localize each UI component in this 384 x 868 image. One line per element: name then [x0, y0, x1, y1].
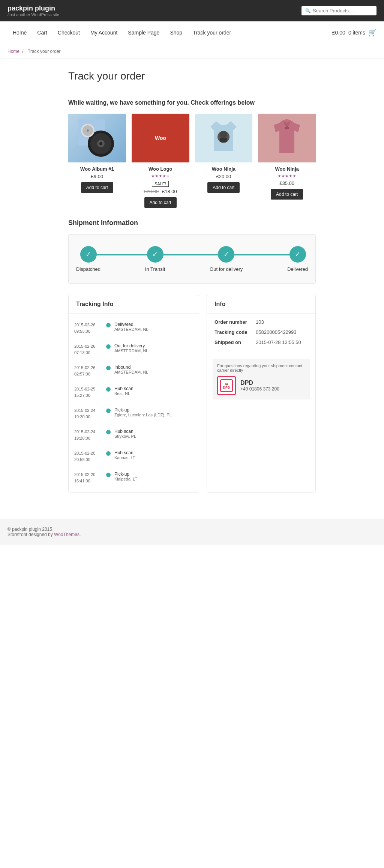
event-time-1: 2015-02-2607:13:00 [74, 343, 102, 356]
event-location-5: Stryków, PL [114, 434, 136, 439]
product-name-1: Woo Logo [132, 166, 189, 172]
footer-woo-themes-link[interactable]: WooThemes [54, 532, 80, 537]
svg-point-10 [220, 131, 227, 138]
cart-icon[interactable]: 🛒 [368, 29, 376, 37]
svg-point-7 [87, 129, 89, 132]
event-dot-2 [106, 366, 111, 370]
event-dot-3 [106, 387, 111, 392]
event-dot-4 [106, 408, 111, 413]
product-stars-3: ★★★★★ [258, 174, 316, 179]
info-row-tracking: Tracking code 058200005422993 [214, 329, 308, 335]
nav-item-shop[interactable]: Shop [165, 21, 188, 44]
site-tagline: Just another WordPress site [8, 12, 59, 17]
cart-total: £0.00 [332, 30, 345, 36]
nav-item-track-order[interactable]: Track your order [188, 21, 236, 44]
site-header: packpin plugin Just another WordPress si… [0, 0, 384, 21]
page-title: Track your order [68, 70, 316, 82]
tracking-info-section: Tracking Info 2015-02-2609:55:00 Deliver… [68, 295, 316, 493]
product-stars-1: ★★★★☆ [132, 174, 189, 179]
event-location-4: Zgierz, Lucmierz Las (LDZ), PL [114, 413, 172, 417]
product-image-ninja [195, 114, 253, 162]
event-status-3: Hub scan [114, 386, 134, 391]
event-dot-6 [106, 451, 111, 456]
add-to-cart-button-2[interactable]: Add to cart [207, 182, 240, 193]
footer-copyright: © packpin plugin 2015 [8, 527, 376, 532]
breadcrumb-home-link[interactable]: Home [8, 49, 20, 54]
product-image-album [68, 114, 126, 162]
carrier-name: DPD [240, 380, 279, 386]
product-name-3: Woo Ninja [258, 166, 316, 172]
tracking-event-5: 2015-02-2419:20:00 Hub scan Stryków, PL [69, 424, 199, 446]
original-price-1: £20.00 [144, 189, 159, 194]
event-location-6: Kaunas, LT [114, 455, 135, 460]
product-card-ninja: Woo Ninja £20.00 Add to cart [195, 114, 253, 208]
tracking-info-box: Tracking Info 2015-02-2609:55:00 Deliver… [68, 295, 199, 493]
shipment-section: Shipment Information ✓ Dispatched ✓ In T… [68, 219, 316, 284]
order-number-value: 103 [256, 319, 264, 325]
product-image-hoodie [258, 114, 316, 162]
site-name: packpin plugin [8, 5, 59, 12]
add-to-cart-button-0[interactable]: Add to cart [81, 182, 113, 193]
event-time-4: 2015-02-2419:20:00 [74, 407, 102, 420]
breadcrumb-separator: / [22, 49, 25, 54]
step-label-out-for-delivery: Out for delivery [210, 266, 243, 272]
event-info-5: Hub scan Stryków, PL [114, 429, 136, 439]
tracking-event-6: 2015-02-2020:59:00 Hub scan Kaunas, LT [69, 446, 199, 467]
event-info-6: Hub scan Kaunas, LT [114, 450, 135, 460]
product-price-0: £9.00 [68, 174, 126, 179]
info-row-order: Order number 103 [214, 319, 308, 325]
event-status-7: Pick-up [114, 472, 137, 477]
step-delivered: ✓ Delivered [287, 246, 308, 272]
tracking-event-3: 2015-02-2515:27:00 Hub scan Best, NL [69, 381, 199, 403]
nav-item-home[interactable]: Home [8, 21, 32, 44]
info-heading: Info [207, 295, 315, 314]
event-status-4: Pick-up [114, 407, 172, 413]
event-location-3: Best, NL [114, 391, 134, 396]
tracking-info-heading: Tracking Info [69, 295, 199, 314]
event-status-5: Hub scan [114, 429, 136, 434]
cart-area[interactable]: £0.00 0 items 🛒 [332, 29, 376, 37]
tracking-event-4: 2015-02-2419:20:00 Pick-up Zgierz, Lucmi… [69, 403, 199, 424]
album-svg [76, 117, 118, 159]
event-location-2: AMSTERDAM, NL [114, 370, 148, 374]
event-dot-5 [106, 430, 111, 434]
title-divider [68, 88, 316, 88]
step-label-dispatched: Dispatched [76, 266, 100, 272]
nav-item-cart[interactable]: Cart [32, 21, 52, 44]
event-status-6: Hub scan [114, 450, 135, 455]
search-icon: 🔍 [305, 8, 311, 14]
svg-point-4 [99, 142, 102, 145]
svg-point-12 [285, 126, 289, 129]
tracking-code-label: Tracking code [214, 329, 256, 335]
tracking-progress: ✓ Dispatched ✓ In Transit ✓ Out for deli… [68, 234, 316, 284]
product-card-logo: Woo Woo Logo ★★★★☆ SALE! £20.00 £18.00 A… [132, 114, 189, 208]
event-time-0: 2015-02-2609:55:00 [74, 322, 102, 334]
event-time-3: 2015-02-2515:27:00 [74, 386, 102, 398]
step-label-in-transit: In Transit [145, 266, 165, 272]
search-form[interactable]: 🔍 [302, 6, 376, 15]
tracking-code-value: 058200005422993 [256, 329, 296, 335]
tracking-event-0: 2015-02-2609:55:00 Delivered AMSTERDAM, … [69, 317, 199, 339]
search-input[interactable] [313, 8, 373, 14]
nav-item-sample-page[interactable]: Sample Page [123, 21, 165, 44]
carrier-section: For questions regarding your shipment co… [213, 359, 310, 399]
carrier-details: DPD +49 01806 373 200 [240, 380, 279, 392]
add-to-cart-button-3[interactable]: Add to cart [271, 189, 303, 200]
tshirt-red-svg: Woo [144, 117, 177, 159]
main-content: Track your order While waiting, we have … [61, 59, 323, 519]
event-info-1: Out for delivery AMSTERDAM, NL [114, 343, 148, 353]
event-time-5: 2015-02-2419:20:00 [74, 429, 102, 441]
footer-designed-by: Storefront designed by WooThemes. [8, 532, 376, 537]
nav-item-my-account[interactable]: My Account [85, 21, 123, 44]
product-name-0: Woo Album #1 [68, 166, 126, 172]
carrier-note: For questions regarding your shipment co… [217, 363, 305, 372]
step-circle-dispatched: ✓ [80, 246, 97, 263]
add-to-cart-button-1[interactable]: Add to cart [144, 197, 177, 208]
svg-text:Woo: Woo [155, 135, 166, 141]
products-grid: Woo Album #1 £9.00 Add to cart Woo Woo L… [68, 114, 316, 208]
footer-designed-suffix: . [80, 532, 81, 537]
step-dispatched: ✓ Dispatched [76, 246, 100, 272]
carrier-logo: 📦 DPD [217, 376, 236, 395]
nav-item-checkout[interactable]: Checkout [52, 21, 85, 44]
sale-badge-1: SALE! [152, 181, 169, 187]
